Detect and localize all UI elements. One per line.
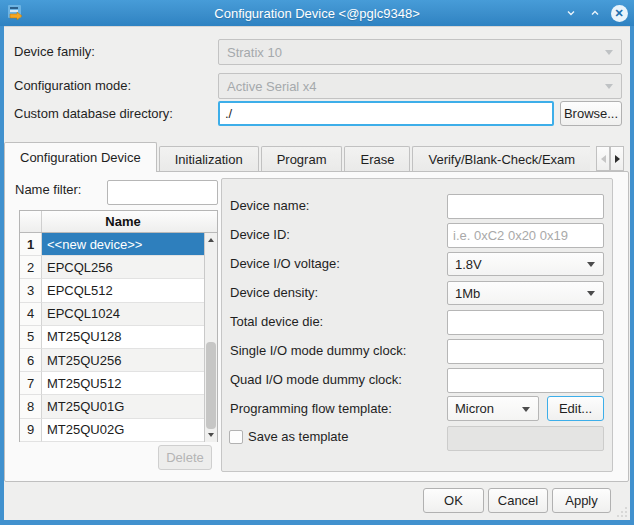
device-density-value: 1Mb [455, 286, 480, 301]
table-row[interactable]: 9 MT25QU02G [20, 419, 204, 442]
browse-button[interactable]: Browse... [560, 101, 622, 126]
name-filter-label: Name filter: [15, 178, 81, 202]
save-as-template-label: Save as template [248, 425, 348, 449]
table-row[interactable]: 1 <<new device>> [20, 233, 204, 256]
edit-button[interactable]: Edit... [547, 396, 604, 421]
table-header[interactable]: Name [20, 211, 217, 233]
chevron-down-icon [566, 8, 576, 18]
device-io-voltage-value: 1.8V [455, 257, 482, 272]
scroll-down-icon[interactable] [205, 429, 217, 442]
name-column-header[interactable]: Name [42, 211, 204, 232]
row-number-header [20, 211, 42, 232]
configuration-device-dialog: Configuration Device <@pglc9348> ✕ Devic… [0, 0, 634, 525]
configuration-mode-label: Configuration mode: [14, 73, 131, 99]
chevron-down-icon [522, 407, 530, 412]
custom-database-directory-input[interactable] [218, 101, 554, 126]
cancel-button[interactable]: Cancel [488, 488, 548, 513]
table-scrollbar[interactable] [204, 233, 217, 442]
apply-button[interactable]: Apply [552, 488, 611, 513]
app-icon [7, 4, 25, 22]
device-name-input[interactable] [447, 194, 604, 219]
window-title: Configuration Device <@pglc9348> [0, 6, 634, 21]
single-io-dummy-clock-input[interactable] [447, 339, 604, 364]
tab-scroll-right-button[interactable] [610, 146, 624, 171]
table-rows: 1 <<new device>> 2 EPCQL256 3 EPCQL512 [20, 233, 204, 442]
total-device-die-input[interactable] [447, 310, 604, 335]
chevron-down-icon [605, 84, 613, 89]
configuration-mode-value: Active Serial x4 [227, 79, 317, 94]
arrow-left-icon [601, 155, 606, 163]
chevron-up-icon [590, 8, 600, 18]
device-io-voltage-label: Device I/O voltage: [230, 252, 340, 276]
delete-button[interactable]: Delete [158, 445, 212, 470]
device-family-value: Stratix 10 [227, 45, 282, 60]
quad-io-dummy-clock-label: Quad I/O mode dummy clock: [230, 368, 402, 392]
close-icon: ✕ [611, 5, 628, 22]
tab-erase[interactable]: Erase [344, 146, 410, 172]
device-density-label: Device density: [230, 281, 318, 305]
tab-program[interactable]: Program [261, 146, 343, 172]
device-table[interactable]: Name 1 <<new device>> 2 EPCQL256 [19, 210, 218, 442]
chevron-down-icon [605, 50, 613, 55]
table-row[interactable]: 5 MT25QU128 [20, 326, 204, 349]
tab-verify-blank-check-examine[interactable]: Verify/Blank-Check/Exam [412, 146, 590, 172]
device-name-label: Device name: [230, 194, 309, 218]
dialog-body: Device family: Stratix 10 Configuration … [4, 26, 630, 520]
shade-button[interactable] [562, 4, 580, 22]
programming-flow-template-select[interactable]: Micron [447, 396, 539, 421]
device-id-input[interactable] [447, 223, 604, 248]
chevron-down-icon [587, 262, 595, 267]
tab-bar: Configuration Device Initialization Prog… [4, 142, 596, 172]
single-io-dummy-clock-label: Single I/O mode dummy clock: [230, 339, 406, 363]
tab-configuration-device[interactable]: Configuration Device [4, 142, 157, 172]
arrow-right-icon [615, 155, 620, 163]
device-properties-group: Device name: Device ID: Device I/O volta… [221, 178, 613, 472]
table-row[interactable]: 2 EPCQL256 [20, 256, 204, 279]
name-filter-input[interactable] [107, 180, 218, 205]
device-id-label: Device ID: [230, 223, 290, 247]
table-row[interactable]: 4 EPCQL1024 [20, 303, 204, 326]
close-button[interactable]: ✕ [610, 4, 628, 22]
configuration-device-tab-page: Name filter: Name 1 <<new device>> [4, 171, 629, 482]
scroll-up-icon[interactable] [205, 233, 217, 246]
table-row[interactable]: 8 MT25QU01G [20, 395, 204, 418]
quad-io-dummy-clock-input[interactable] [447, 368, 604, 393]
device-family-select: Stratix 10 [218, 39, 622, 65]
custom-database-directory-label: Custom database directory: [14, 101, 173, 126]
configuration-mode-select: Active Serial x4 [218, 73, 622, 99]
tab-initialization[interactable]: Initialization [159, 146, 259, 172]
total-device-die-label: Total device die: [230, 310, 323, 334]
scrollbar-thumb[interactable] [206, 342, 216, 429]
programming-flow-template-value: Micron [455, 401, 494, 416]
titlebar[interactable]: Configuration Device <@pglc9348> ✕ [0, 0, 634, 26]
programming-flow-template-label: Programming flow template: [230, 397, 392, 421]
table-body: 1 <<new device>> 2 EPCQL256 3 EPCQL512 [20, 233, 217, 442]
chevron-down-icon [587, 291, 595, 296]
device-family-label: Device family: [14, 39, 95, 65]
table-row[interactable]: 7 MT25QU512 [20, 372, 204, 395]
table-row[interactable]: 3 EPCQL512 [20, 279, 204, 302]
device-io-voltage-select[interactable]: 1.8V [447, 252, 604, 276]
window-controls: ✕ [562, 0, 628, 26]
device-density-select[interactable]: 1Mb [447, 281, 604, 305]
maximize-button[interactable] [586, 4, 604, 22]
save-as-template-checkbox[interactable] [229, 430, 243, 444]
ok-button[interactable]: OK [423, 488, 484, 513]
save-as-template-input [447, 426, 604, 451]
tab-scroll-left-button[interactable] [596, 146, 610, 171]
resize-grip[interactable] [615, 505, 627, 517]
table-row[interactable]: 6 MT25QU256 [20, 349, 204, 372]
